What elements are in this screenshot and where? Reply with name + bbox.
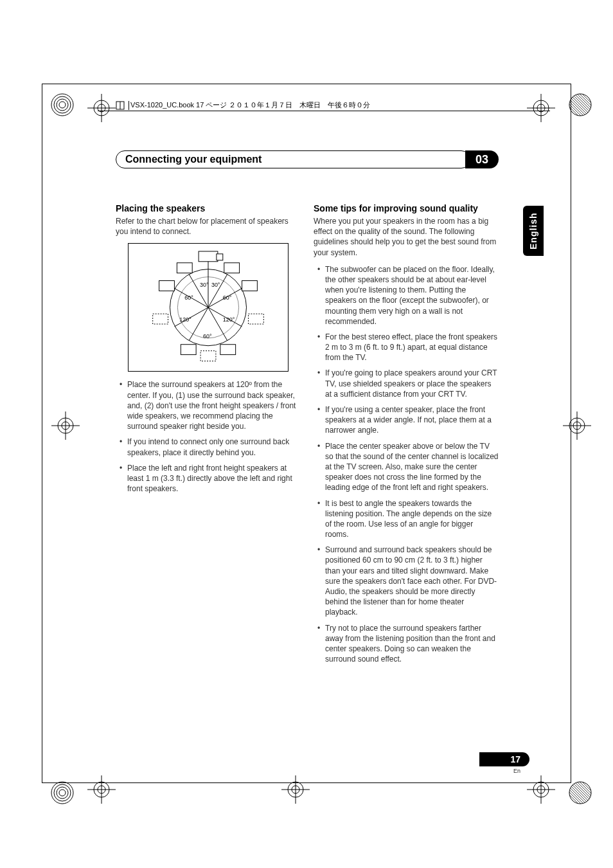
svg-point-68 — [569, 782, 591, 804]
svg-point-64 — [51, 782, 73, 804]
registration-mark-icon — [50, 410, 81, 441]
left-intro: Refer to the chart below for placement o… — [116, 216, 301, 237]
svg-rect-18 — [153, 314, 168, 324]
svg-line-6 — [208, 275, 227, 308]
svg-line-5 — [189, 275, 208, 308]
list-item: It is best to angle the speakers towards… — [314, 498, 499, 540]
svg-point-61 — [57, 99, 68, 111]
svg-rect-14 — [177, 263, 192, 273]
list-item: Try not to place the surround speakers f… — [314, 623, 499, 665]
list-item: Place the surround speakers at 120º from… — [116, 379, 301, 431]
left-heading: Placing the speakers — [116, 203, 301, 213]
page-footer: 17 En — [479, 752, 529, 774]
list-item: Place the left and right front height sp… — [116, 463, 301, 494]
registration-mark-icon — [280, 774, 311, 805]
chapter-number-badge: 03 — [465, 150, 499, 168]
language-tab: English — [523, 206, 544, 256]
content-area: Placing the speakers Refer to the chart … — [116, 203, 499, 669]
svg-point-59 — [51, 94, 73, 116]
svg-rect-13 — [199, 251, 218, 262]
crop-ball-icon — [568, 93, 592, 117]
book-icon — [116, 101, 125, 110]
svg-rect-19 — [248, 314, 263, 324]
svg-text:120°: 120° — [179, 316, 191, 323]
svg-rect-20 — [181, 345, 196, 355]
right-heading: Some tips for improving sound quality — [314, 203, 499, 213]
crop-ball-icon — [50, 93, 75, 117]
svg-text:120°: 120° — [223, 316, 235, 323]
speaker-placement-figure: 30° 30° 60° 60° 120° 120° 60° — [128, 243, 289, 372]
svg-text:60°: 60° — [203, 333, 212, 339]
right-intro: Where you put your speakers in the room … — [314, 216, 499, 258]
page-number-badge: 17 — [479, 752, 529, 766]
registration-mark-icon — [562, 410, 592, 441]
svg-point-67 — [59, 790, 66, 796]
svg-rect-23 — [217, 254, 223, 260]
svg-point-62 — [59, 102, 66, 108]
svg-rect-21 — [220, 345, 236, 355]
list-item: If you intend to connect only one surrou… — [116, 437, 301, 457]
list-item: Surround and surround back speakers shou… — [314, 545, 499, 617]
registration-mark-icon — [86, 774, 117, 805]
list-item: Place the center speaker above or below … — [314, 441, 499, 493]
svg-rect-15 — [224, 263, 240, 273]
list-item: The subwoofer can be placed on the floor… — [314, 264, 499, 327]
crop-ball-icon — [568, 781, 592, 805]
crop-ball-icon — [50, 781, 75, 805]
svg-text:60°: 60° — [223, 295, 232, 302]
list-item: For the best stereo effect, place the fr… — [314, 332, 499, 363]
svg-point-63 — [569, 94, 591, 116]
registration-mark-icon — [526, 93, 556, 123]
svg-rect-16 — [159, 281, 175, 291]
header-rule — [98, 111, 550, 111]
registration-mark-icon — [86, 93, 117, 123]
right-bullets: The subwoofer can be placed on the floor… — [314, 264, 499, 665]
list-item: If you're using a center speaker, place … — [314, 404, 499, 436]
left-column: Placing the speakers Refer to the chart … — [116, 203, 301, 669]
right-column: Some tips for improving sound quality Wh… — [314, 203, 499, 669]
svg-rect-22 — [200, 351, 216, 361]
svg-text:30°: 30° — [211, 282, 220, 289]
svg-text:30°: 30° — [200, 282, 209, 289]
header-text: VSX-1020_UC.book 17 ページ ２０１０年１月７日 木曜日 午後… — [130, 100, 370, 110]
chapter-bar: Connecting your equipment 03 — [116, 150, 499, 168]
svg-rect-17 — [242, 281, 258, 291]
left-bullets: Place the surround speakers at 120º from… — [116, 379, 301, 494]
page-lang-short: En — [479, 768, 529, 774]
svg-text:60°: 60° — [184, 295, 193, 302]
running-header: VSX-1020_UC.book 17 ページ ２０１０年１月７日 木曜日 午後… — [116, 100, 370, 110]
chapter-title: Connecting your equipment — [125, 154, 262, 165]
chapter-title-pill: Connecting your equipment — [116, 150, 470, 168]
list-item: If you're going to place speakers around… — [314, 368, 499, 399]
svg-point-66 — [57, 787, 68, 799]
registration-mark-icon — [526, 774, 556, 805]
